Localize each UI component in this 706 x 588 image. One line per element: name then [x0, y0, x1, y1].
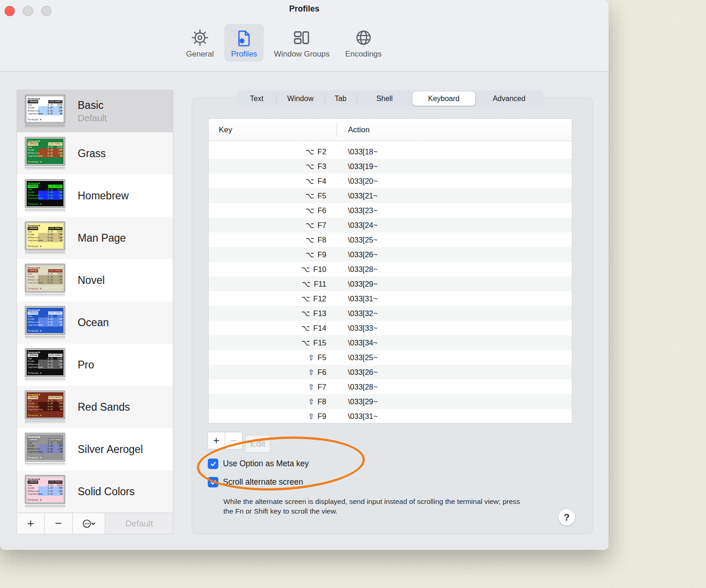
- toolbar-item-profiles[interactable]: Profiles: [224, 24, 264, 62]
- profile-name-block: Homebrew: [78, 190, 129, 202]
- table-row[interactable]: ⌥F13\033[32~: [209, 306, 572, 321]
- action-cell: \033[21~: [336, 192, 378, 200]
- table-row[interactable]: ⌥F6\033[23~: [209, 203, 572, 218]
- action-cell: \033[24~: [336, 221, 378, 230]
- use-option-as-meta-label: Use Option as Meta key: [223, 459, 309, 469]
- key-cell: ⇧F8: [209, 397, 336, 406]
- shift-key-icon: ⇧: [308, 353, 314, 362]
- table-row[interactable]: ⌥F12\033[31~: [209, 291, 572, 306]
- add-key-button[interactable]: +: [207, 432, 225, 449]
- table-row[interactable]: ⌥F3\033[19~: [209, 159, 572, 174]
- table-row[interactable]: ⌥F8\033[25~: [209, 232, 572, 247]
- key-cell: ⌥F9: [209, 250, 336, 259]
- tab-tab[interactable]: Tab: [325, 91, 357, 106]
- action-cell: \033[18~: [336, 147, 378, 156]
- action-cell: \033[29~: [336, 397, 378, 406]
- action-cell: \033[31~: [336, 412, 378, 421]
- edit-key-button[interactable]: Edit: [245, 435, 270, 452]
- preferences-window: Profiles General: [0, 0, 609, 550]
- table-row[interactable]: ⌥F14\033[33~: [209, 321, 572, 335]
- tab-shell[interactable]: Shell: [357, 91, 412, 106]
- profile-name-block: Silver Aerogel: [78, 443, 143, 456]
- profile-name: Basic: [78, 99, 107, 112]
- toolbar-item-encodings[interactable]: Encodings: [340, 24, 387, 62]
- profile-row-novel[interactable]: Terminal#COMMAND%CPURPRVTtop4.1%231KXcod…: [17, 259, 173, 301]
- tab-keyboard[interactable]: Keyboard: [412, 91, 475, 106]
- table-row[interactable]: ⌥F7\033[24~: [209, 218, 572, 232]
- table-row[interactable]: ⇧F8\033[29~: [209, 394, 572, 409]
- tab-advanced[interactable]: Advanced: [475, 91, 543, 106]
- tab-window[interactable]: Window: [276, 91, 325, 106]
- profile-row-grass[interactable]: Terminal#COMMAND%CPURPRVTtop4.1%231KXcod…: [17, 132, 173, 175]
- profile-name: Solid Colors: [78, 486, 135, 498]
- profile-row-man-page[interactable]: Terminal#COMMAND%CPURPRVTtop4.1%231KXcod…: [17, 217, 173, 259]
- table-body: ⌥F2\033[18~⌥F3\033[19~⌥F4\033[20~⌥F5\033…: [209, 141, 572, 423]
- use-option-as-meta-row: Use Option as Meta key: [208, 458, 309, 469]
- table-row[interactable]: ⌥F2\033[18~: [209, 144, 572, 159]
- table-row[interactable]: ⌥F10\033[28~: [209, 262, 572, 277]
- key-cell: ⌥F4: [209, 177, 336, 186]
- toolbar-item-general[interactable]: General: [180, 24, 220, 62]
- option-key-icon: ⌥: [306, 206, 314, 215]
- table-row[interactable]: ⌥F15\033[34~: [209, 335, 572, 350]
- profile-row-solid-colors[interactable]: Terminal#COMMAND%CPURPRVTtop4.1%231KXcod…: [17, 470, 173, 513]
- profile-row-pro[interactable]: Terminal#COMMAND%CPURPRVTtop4.1%231KXcod…: [17, 344, 173, 386]
- add-profile-button[interactable]: +: [17, 513, 45, 534]
- profile-list: Terminal#COMMAND%CPURPRVTtop4.1%231KXcod…: [17, 90, 173, 514]
- remove-profile-button[interactable]: −: [45, 513, 73, 534]
- help-button[interactable]: ?: [558, 509, 575, 526]
- action-cell: \033[20~: [336, 177, 378, 186]
- table-row[interactable]: ⇧F7\033[28~: [209, 379, 572, 394]
- gear-icon: [191, 28, 209, 48]
- action-cell: \033[33~: [336, 324, 378, 333]
- profile-name-block: Ocean: [78, 317, 109, 329]
- scroll-alternate-screen-row: Scroll alternate screen: [208, 477, 303, 487]
- alternate-screen-help-text: While the alternate screen is displayed,…: [223, 497, 527, 516]
- table-row[interactable]: ⌥F9\033[26~: [209, 247, 572, 262]
- more-options-button[interactable]: [73, 513, 105, 534]
- option-key-icon: ⌥: [306, 221, 314, 229]
- column-header-key[interactable]: Key: [209, 125, 336, 135]
- option-key-icon: ⌥: [302, 280, 311, 288]
- profile-row-homebrew[interactable]: Terminal#COMMAND%CPURPRVTtop4.1%231KXcod…: [17, 175, 173, 217]
- profile-row-basic[interactable]: Terminal#COMMAND%CPURPRVTtop4.1%231KXcod…: [17, 90, 173, 132]
- profile-name: Pro: [78, 359, 94, 371]
- remove-key-button[interactable]: −: [225, 432, 243, 449]
- action-cell: \033[25~: [336, 236, 378, 244]
- action-cell: \033[31~: [336, 294, 378, 303]
- toolbar: General Pro: [180, 24, 387, 62]
- toolbar-item-window-groups[interactable]: Window Groups: [268, 24, 335, 62]
- column-divider[interactable]: [336, 123, 337, 137]
- table-row[interactable]: ⌥F4\033[20~: [209, 174, 572, 188]
- action-cell: \033[32~: [336, 309, 378, 318]
- use-option-as-meta-checkbox[interactable]: [208, 458, 218, 469]
- action-cell: \033[28~: [336, 383, 378, 391]
- profile-name: Red Sands: [78, 401, 130, 413]
- table-row[interactable]: ⌥F5\033[21~: [209, 188, 572, 203]
- key-cell: ⌥F2: [209, 147, 336, 156]
- toolbar-label: Encodings: [345, 50, 381, 59]
- profile-name-block: BasicDefault: [78, 99, 107, 124]
- table-row[interactable]: ⌥F11\033[29~: [209, 277, 572, 291]
- table-row[interactable]: ⇧F6\033[26~: [209, 365, 572, 379]
- profile-subtitle: Default: [78, 113, 107, 124]
- tab-text[interactable]: Text: [237, 91, 276, 106]
- profile-row-silver-aerogel[interactable]: Terminal#COMMAND%CPURPRVTtop4.1%231KXcod…: [17, 428, 173, 470]
- table-row[interactable]: ⇧F5\033[25~: [209, 350, 572, 365]
- option-key-icon: ⌥: [306, 236, 314, 244]
- key-cell: ⌥F13: [209, 309, 336, 318]
- column-header-action[interactable]: Action: [336, 125, 370, 135]
- checkmark-icon: [210, 479, 217, 486]
- profile-name-block: Pro: [78, 359, 94, 371]
- profile-tabs: TextWindowTabShellKeyboardAdvanced: [237, 91, 543, 106]
- profile-row-red-sands[interactable]: Terminal#COMMAND%CPURPRVTtop4.1%231KXcod…: [17, 386, 173, 428]
- action-cell: \033[28~: [336, 265, 378, 274]
- option-key-icon: ⌥: [302, 265, 310, 273]
- scroll-alternate-screen-checkbox[interactable]: [208, 477, 218, 487]
- table-row[interactable]: ⇧F9\033[31~: [209, 409, 572, 423]
- profile-thumbnail: Terminal#COMMAND%CPURPRVTtop4.1%231KXcod…: [25, 475, 65, 509]
- default-button[interactable]: Default: [105, 513, 173, 534]
- profile-name: Homebrew: [78, 190, 129, 202]
- profile-row-ocean[interactable]: Terminal#COMMAND%CPURPRVTtop4.1%231KXcod…: [17, 301, 173, 344]
- option-key-icon: ⌥: [306, 177, 314, 185]
